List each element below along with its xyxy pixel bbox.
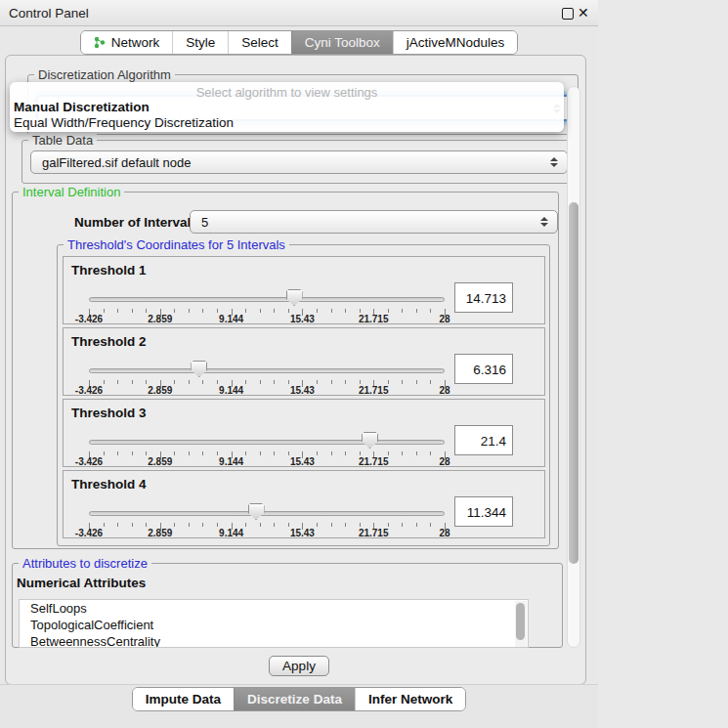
slider-tick-label: 9.144	[219, 528, 243, 538]
slider-track[interactable]	[89, 297, 445, 302]
slider-tick-label: 9.144	[219, 456, 243, 467]
slider-tick	[117, 380, 118, 384]
slider-thumb[interactable]	[362, 432, 378, 449]
threshold-value-field[interactable]: 6.316	[454, 354, 513, 384]
slider-tick	[202, 523, 203, 527]
slider-thumb[interactable]	[286, 289, 303, 306]
apply-button[interactable]: Apply	[269, 656, 329, 676]
slider-tick-label: 15.43	[290, 456, 315, 467]
tab-network[interactable]: Network	[81, 31, 173, 54]
slider-tick-label: 2.859	[148, 314, 172, 324]
bottom-tab-discretize-data[interactable]: Discretize Data	[234, 688, 355, 710]
threshold-label: Threshold 2	[71, 334, 147, 349]
slider-tick	[217, 309, 218, 313]
panel-scrollbar-thumb[interactable]	[569, 202, 578, 564]
slider-tick	[416, 523, 417, 527]
threshold-row: Threshold 1-3.4262.8599.14415.4321.71528…	[63, 256, 545, 324]
slider-tick	[189, 451, 190, 455]
slider-tick	[430, 523, 431, 527]
list-scrollbar[interactable]	[515, 601, 527, 648]
slider-tick	[274, 309, 275, 313]
dropdown-option[interactable]: Equal Width/Frequency Discretization	[10, 115, 564, 131]
slider-tick-label: 28	[439, 528, 450, 538]
slider-tick	[146, 380, 147, 384]
slider-tick-label: 9.144	[219, 314, 243, 324]
slider-tick	[217, 451, 218, 455]
threshold-value-field[interactable]: 14.713	[454, 282, 513, 313]
slider-thumb[interactable]	[191, 361, 207, 377]
thresholds-group: Threshold's Coordinates for 5 Intervals …	[57, 244, 550, 546]
slider-tick	[132, 523, 133, 527]
dropdown-option[interactable]: Manual Discretization	[10, 100, 564, 115]
slider-tick-label: 15.43	[290, 385, 315, 396]
slider-tick	[104, 309, 105, 313]
panel-scrollbar[interactable]	[567, 86, 580, 648]
threshold-label: Threshold 1	[71, 263, 147, 278]
slider-tick	[430, 380, 431, 384]
float-window-icon[interactable]	[562, 8, 574, 20]
slider-tick	[331, 523, 332, 527]
close-icon[interactable]: ✕	[578, 5, 589, 21]
slider-tick	[388, 523, 389, 527]
slider-tick	[317, 451, 318, 455]
attribute-list-item[interactable]: TopologicalCoefficient	[20, 617, 528, 633]
slider-tick-label: 2.859	[148, 528, 172, 538]
threshold-row: Threshold 3-3.4262.8599.14415.4321.71528…	[63, 399, 545, 467]
bottom-tab-infer-network[interactable]: Infer Network	[355, 688, 465, 710]
combo-stepper-icon[interactable]	[540, 217, 548, 227]
slider-tick	[416, 309, 417, 313]
slider-tick	[345, 380, 346, 384]
slider-tick	[202, 309, 203, 313]
slider-tick	[174, 380, 175, 384]
bottom-tab-bar: Impute DataDiscretize DataInfer Network	[0, 687, 598, 711]
slider-tick	[430, 309, 431, 313]
slider-tick	[402, 451, 403, 455]
network-tab-icon	[94, 35, 107, 50]
slider-track[interactable]	[89, 511, 445, 516]
slider-track[interactable]	[89, 440, 445, 445]
tab-jactivemnodules[interactable]: jActiveMNodules	[393, 31, 518, 54]
slider-tick	[388, 380, 389, 384]
attributes-group: Attributes to discretize Numerical Attri…	[12, 563, 563, 648]
slider-track[interactable]	[89, 368, 445, 373]
slider-tick	[360, 309, 361, 313]
bottom-tab-impute-data[interactable]: Impute Data	[133, 688, 234, 710]
slider-tick	[274, 451, 275, 455]
slider-tick-label: -3.426	[75, 385, 103, 396]
num-intervals-combobox[interactable]: 5	[190, 210, 558, 234]
numerical-attributes-list[interactable]: SelfLoopsTopologicalCoefficientBetweenne…	[19, 599, 529, 648]
panel-title: Control Panel	[9, 6, 89, 21]
slider-tick	[189, 523, 190, 527]
right-region: GAL80GACGAL11GAL4GCY1HHAP2 Table Panel ⚙…	[598, 0, 728, 728]
table-data-group-label: Table Data	[28, 133, 97, 148]
slider-tick	[132, 309, 133, 313]
attribute-list-item[interactable]: BetweennessCentrality	[20, 633, 528, 648]
slider-tick-label: 21.715	[359, 314, 389, 324]
tab-style[interactable]: Style	[172, 31, 228, 54]
slider-tick	[146, 451, 147, 455]
tab-select[interactable]: Select	[228, 31, 291, 54]
slider-tick	[345, 451, 346, 455]
combo-stepper-icon[interactable]	[550, 157, 558, 167]
threshold-value-field[interactable]: 21.4	[454, 425, 513, 455]
slider-tick	[402, 523, 403, 527]
control-panel-titlebar: Control Panel ✕	[0, 0, 598, 26]
threshold-value-field[interactable]: 11.344	[454, 496, 513, 527]
slider-tick	[174, 523, 175, 527]
slider-tick	[260, 451, 261, 455]
attribute-list-item[interactable]: SelfLoops	[20, 600, 528, 617]
slider-tick	[331, 451, 332, 455]
interval-definition-group: Interval Definition Number of Intervals …	[12, 192, 559, 549]
table-data-combobox[interactable]: galFiltered.sif default node	[30, 150, 568, 174]
slider-tick	[104, 380, 105, 384]
tab-cyni-toolbox[interactable]: Cyni Toolbox	[291, 31, 393, 54]
tab-label: jActiveMNodules	[407, 35, 505, 50]
table-data-group: Table Data galFiltered.sif default node	[21, 140, 578, 184]
top-tab-bar: NetworkStyleSelectCyni ToolboxjActiveMNo…	[0, 30, 598, 55]
slider-tick	[117, 451, 118, 455]
slider-tick-label: 21.715	[359, 456, 389, 467]
slider-tick	[288, 380, 289, 384]
screen: Control Panel ✕ NetworkStyleSelectCyni T…	[0, 0, 728, 728]
slider-thumb[interactable]	[248, 503, 265, 520]
dropdown-placeholder: Select algorithm to view settings	[10, 85, 564, 100]
